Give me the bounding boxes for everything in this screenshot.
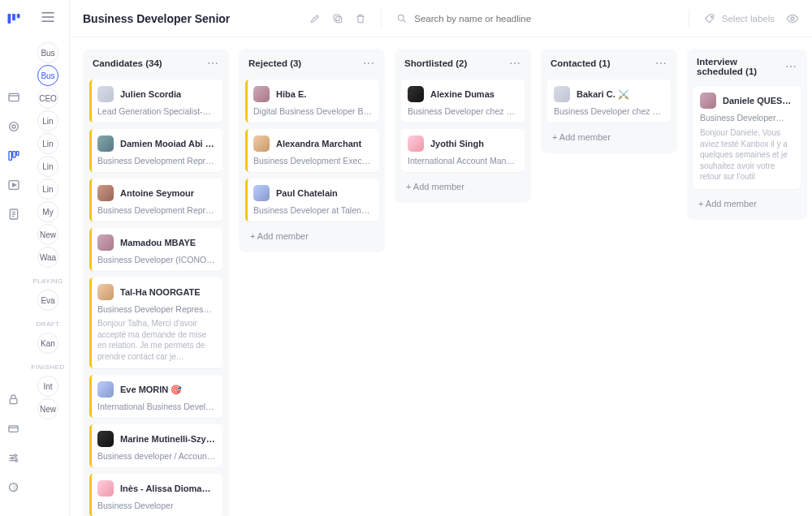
board-title: Business Developer Senior (83, 12, 230, 25)
column-menu-icon[interactable]: ⋯ (655, 57, 667, 70)
candidate-card[interactable]: Alexandra MarchantBusiness Development E… (245, 129, 378, 172)
candidate-card[interactable]: Damien Mooiad Abi ZamrBusiness Developme… (89, 129, 222, 172)
target-icon[interactable] (7, 120, 20, 133)
sidebar-item[interactable]: Kan (37, 333, 58, 354)
candidate-card[interactable]: Eve MORIN 🎯International Business Develo… (89, 375, 222, 418)
menu-icon[interactable] (41, 11, 55, 23)
candidate-headline: Business Developer (ICONOCLASS), I'… (97, 255, 216, 264)
candidate-headline: Business Developer at TalentMatcher… (253, 205, 372, 215)
play-icon[interactable] (7, 178, 20, 191)
candidate-card[interactable]: Hiba E.Digital Business Developer B2B - … (245, 80, 378, 123)
card-icon[interactable] (7, 422, 20, 435)
candidate-headline: Business Developer chez e-ophtalmo… (408, 106, 518, 116)
search-icon (396, 13, 408, 24)
candidate-card[interactable]: Inès - Alissa DiomandéBusiness Developer (89, 474, 222, 516)
sidebar-item[interactable]: CEO (37, 88, 58, 109)
section-playing: PLAYING (32, 277, 63, 285)
svg-rect-18 (335, 15, 340, 20)
sidebar-item[interactable]: Eva (37, 290, 58, 311)
column-title: Candidates (34) (93, 58, 162, 68)
trash-icon[interactable] (355, 13, 366, 24)
section-draft: DRAFT (36, 320, 59, 328)
svg-point-5 (12, 125, 15, 128)
svg-point-19 (399, 15, 404, 20)
candidate-name: Bakari C. ⚔️ (577, 89, 629, 100)
svg-rect-12 (9, 425, 18, 432)
avatar (97, 86, 114, 102)
candidate-headline: International Business Developer at … (97, 402, 216, 411)
section-finished: FINISHED (31, 363, 64, 371)
svg-point-13 (15, 454, 17, 457)
candidate-card[interactable]: Paul ChatelainBusiness Developer at Tale… (245, 178, 378, 221)
column-menu-icon[interactable]: ⋯ (207, 57, 219, 70)
copy-icon[interactable] (332, 13, 343, 24)
sidebar-item[interactable]: Lin (37, 133, 58, 154)
svg-rect-2 (16, 14, 19, 18)
visibility-icon[interactable] (786, 12, 799, 25)
sidebar-item[interactable]: Waa (37, 247, 58, 268)
inbox-icon[interactable] (7, 91, 20, 104)
sidebar-item[interactable]: New (37, 398, 58, 419)
candidate-headline: Lead Generation Specialist-Business … (97, 106, 216, 116)
sidebar-item[interactable]: Int (37, 376, 58, 397)
sidebar-item[interactable]: Bus (37, 65, 58, 86)
candidate-headline: Business Developer🚀 Entrepreneuse (700, 113, 794, 123)
sidebar-item[interactable]: My (37, 201, 58, 222)
add-member-button[interactable]: + Add member (401, 178, 525, 195)
candidate-card[interactable]: Antoine SeymourBusiness Development Repr… (89, 178, 222, 221)
column-menu-icon[interactable]: ⋯ (509, 57, 521, 70)
avatar (97, 135, 114, 152)
add-member-button[interactable]: + Add member (245, 228, 378, 244)
kanban-column: Contacted (1)⋯Bakari C. ⚔️Business Devel… (541, 49, 677, 153)
topbar: Business Developer Senior Select labels (70, 0, 812, 37)
column-title: Contacted (1) (551, 58, 610, 68)
candidate-name: Daniele QUESADA (723, 96, 794, 105)
candidate-card[interactable]: Tal-Ha NOORGATEBusiness Developer Repres… (89, 277, 222, 368)
candidate-name: Paul Chatelain (276, 188, 338, 198)
kanban-board: Candidates (34)⋯Julien ScordiaLead Gener… (70, 37, 812, 516)
candidate-card[interactable]: Julien ScordiaLead Generation Specialist… (89, 80, 222, 123)
tag-icon (704, 13, 715, 24)
candidate-name: Hiba E. (276, 89, 306, 99)
sidebar-item[interactable]: Lin (37, 178, 58, 200)
candidate-card[interactable]: Alexine DumasBusiness Developer chez e-o… (401, 80, 525, 123)
svg-rect-3 (9, 93, 19, 101)
candidate-name: Mamadou MBAYE (120, 238, 196, 247)
svg-point-20 (710, 15, 712, 17)
edit-icon[interactable] (309, 13, 321, 24)
avatar (253, 135, 270, 152)
sidebar-item[interactable]: Lin (37, 156, 58, 177)
avatar (700, 92, 716, 109)
sidebar-item[interactable]: Lin (37, 110, 58, 131)
candidate-headline: Digital Business Developer B2B - Bus… (253, 106, 372, 116)
candidate-card[interactable]: Jyothi SinghInternational Account Manage… (401, 129, 525, 172)
column-menu-icon[interactable]: ⋯ (785, 60, 797, 73)
candidate-headline: Business Development Representativ… (97, 156, 216, 166)
avatar (97, 431, 114, 447)
document-icon[interactable] (7, 208, 20, 221)
candidate-headline: Business Developer Representatives (97, 304, 216, 314)
lock-icon[interactable] (7, 393, 20, 406)
add-member-button[interactable]: + Add member (693, 196, 801, 212)
search-input[interactable] (414, 14, 544, 24)
candidate-name: Tal-Ha NOORGATE (120, 287, 201, 297)
avatar (97, 234, 114, 251)
theme-icon[interactable] (7, 480, 20, 493)
candidate-card[interactable]: Marine Mutinelli-Szyman…Business develop… (89, 424, 222, 467)
candidate-card[interactable]: Daniele QUESADABusiness Developer🚀 Entre… (693, 86, 801, 189)
candidate-headline: Business Development Representativ… (97, 205, 216, 215)
sidebar-item[interactable]: Bus (37, 42, 58, 63)
svg-rect-6 (9, 152, 11, 161)
settings-icon[interactable] (7, 451, 20, 464)
candidate-name: Alexandra Marchant (276, 139, 361, 148)
avatar (97, 381, 114, 398)
sidebar-item[interactable]: New (37, 224, 58, 245)
add-member-button[interactable]: + Add member (547, 129, 671, 145)
board-icon[interactable] (7, 149, 20, 162)
column-menu-icon[interactable]: ⋯ (363, 57, 375, 70)
column-title: Rejected (3) (248, 58, 301, 68)
label-picker[interactable]: Select labels (704, 13, 775, 24)
candidate-card[interactable]: Bakari C. ⚔️Business Developer chez Rela… (547, 80, 671, 123)
svg-rect-0 (7, 14, 11, 24)
candidate-card[interactable]: Mamadou MBAYEBusiness Developer (ICONOCL… (89, 228, 222, 271)
